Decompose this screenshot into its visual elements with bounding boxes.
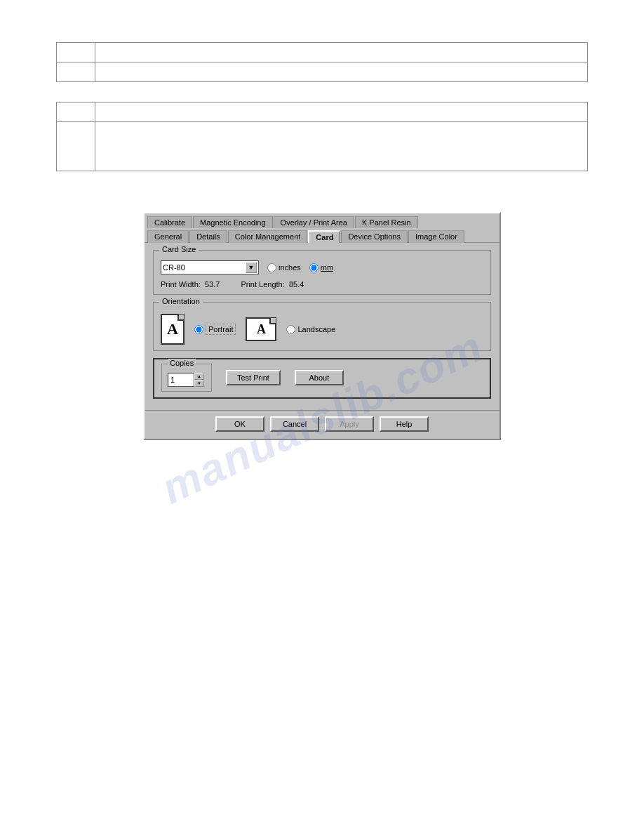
top-table-2 [56, 102, 588, 171]
unit-inches-label[interactable]: inches [267, 263, 301, 272]
dialog-content: Card Size CR-80 ▼ inches [145, 243, 499, 407]
dropdown-arrow-icon[interactable]: ▼ [246, 262, 257, 273]
table-row [57, 43, 588, 62]
top-table-1 [56, 42, 588, 82]
orientation-row: A Portrait A [161, 314, 483, 345]
table-cell [57, 43, 95, 62]
card-size-row: CR-80 ▼ inches mm [161, 260, 483, 274]
cancel-button[interactable]: Cancel [270, 416, 319, 432]
orientation-legend: Orientation [159, 297, 203, 305]
table-cell [57, 62, 95, 82]
spinner-down-button[interactable]: ▼ [194, 380, 204, 387]
unit-inches-radio[interactable] [267, 263, 276, 272]
copies-section: Copies ▲ ▼ Test Print About [153, 358, 491, 399]
landscape-icon: A [246, 317, 276, 341]
landscape-label: Landscape [297, 325, 335, 333]
dialog-wrapper: Calibrate Magnetic Encoding Overlay / Pr… [0, 212, 644, 440]
table-cell [95, 102, 588, 122]
tab-general[interactable]: General [147, 230, 189, 243]
print-length-value: 85.4 [289, 280, 304, 289]
spinner-up-button[interactable]: ▲ [194, 373, 204, 380]
apply-button[interactable]: Apply [325, 416, 374, 432]
copies-input[interactable] [168, 373, 194, 387]
landscape-radio[interactable] [286, 325, 295, 334]
table-row [57, 102, 588, 122]
table-cell [95, 43, 588, 62]
table-cell [95, 122, 588, 171]
table-cell [57, 102, 95, 122]
corner-fold-landscape-icon [269, 318, 276, 324]
test-print-button[interactable]: Test Print [226, 370, 281, 385]
tab-details[interactable]: Details [189, 230, 227, 243]
table-row [57, 62, 588, 82]
tab-card[interactable]: Card [308, 230, 340, 243]
tabs-row-1: Calibrate Magnetic Encoding Overlay / Pr… [145, 213, 499, 227]
portrait-label: Portrait [206, 324, 236, 335]
about-button[interactable]: About [295, 370, 344, 385]
print-width-value: 53.7 [205, 280, 220, 289]
tab-image-color[interactable]: Image Color [408, 230, 464, 243]
card-size-legend: Card Size [159, 245, 199, 253]
landscape-radio-label[interactable]: Landscape [286, 325, 335, 334]
card-size-dropdown[interactable]: CR-80 ▼ [161, 260, 259, 274]
orientation-group: Orientation A Portrait A [153, 302, 491, 351]
table-cell [57, 122, 95, 171]
tabs-container: Calibrate Magnetic Encoding Overlay / Pr… [145, 213, 499, 243]
dialog-bottom-buttons: OK Cancel Apply Help [145, 410, 499, 439]
tab-magnetic-encoding[interactable]: Magnetic Encoding [193, 216, 273, 228]
card-size-group: Card Size CR-80 ▼ inches [153, 250, 491, 295]
tab-k-panel-resin[interactable]: K Panel Resin [355, 216, 418, 228]
table-cell [95, 62, 588, 82]
tab-overlay-print-area[interactable]: Overlay / Print Area [274, 216, 354, 228]
print-length-label: Print Length: 85.4 [241, 280, 304, 289]
table-row [57, 122, 588, 171]
mm-label: mm [321, 263, 333, 272]
corner-fold-icon [177, 315, 184, 321]
tab-calibrate[interactable]: Calibrate [147, 216, 192, 228]
help-button[interactable]: Help [380, 416, 429, 432]
print-dimensions: Print Width: 53.7 Print Length: 85.4 [161, 280, 483, 289]
printer-properties-dialog: Calibrate Magnetic Encoding Overlay / Pr… [143, 212, 501, 440]
tab-device-options[interactable]: Device Options [341, 230, 408, 243]
portrait-radio-label[interactable]: Portrait [194, 324, 236, 335]
top-section [0, 0, 644, 205]
portrait-radio[interactable] [194, 325, 203, 334]
copies-group: Copies ▲ ▼ [161, 364, 212, 392]
tab-color-management[interactable]: Color Management [228, 230, 308, 243]
spinner-box: ▲ ▼ [168, 373, 204, 387]
unit-mm-radio[interactable] [309, 263, 318, 272]
portrait-icon: A [161, 314, 185, 345]
unit-mm-label[interactable]: mm [309, 263, 333, 272]
copies-legend: Copies [168, 359, 196, 367]
print-width-label: Print Width: 53.7 [161, 280, 220, 289]
spinner-arrows: ▲ ▼ [194, 373, 204, 387]
tabs-row-2: General Details Color Management Card De… [145, 227, 499, 242]
ok-button[interactable]: OK [215, 416, 264, 432]
